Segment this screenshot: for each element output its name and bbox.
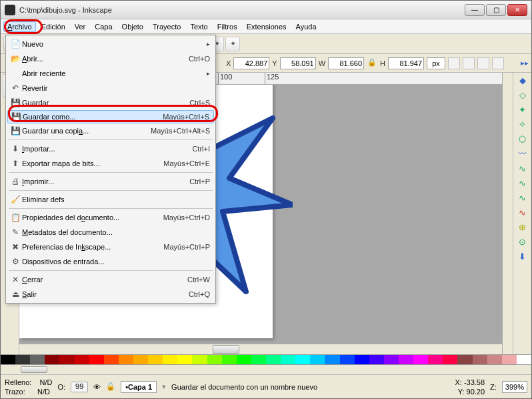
menu-ayuda[interactable]: Ayuda	[292, 21, 321, 32]
prop-h-field[interactable]: 81.947	[388, 57, 424, 69]
minimize-button[interactable]: —	[465, 4, 485, 16]
menu-nuevo[interactable]: 📄Nuevo▸	[6, 37, 215, 51]
swatch[interactable]	[502, 355, 517, 364]
scrollbar-vertical[interactable]	[502, 73, 513, 354]
swatch[interactable]	[399, 355, 413, 364]
prop-x-field[interactable]: 42.887	[233, 57, 269, 69]
menu-extensiones[interactable]: Extensiones	[243, 21, 291, 32]
menu-importar[interactable]: ⬇Importar...Ctrl+I	[6, 141, 215, 156]
menu-imprimir[interactable]: 🖨Imprimir...Ctrl+P	[6, 174, 215, 189]
swatch[interactable]	[75, 355, 89, 364]
swatch[interactable]	[517, 355, 531, 364]
snap-13-icon[interactable]: ⬇	[517, 252, 529, 264]
swatch[interactable]	[281, 355, 295, 364]
layer-select[interactable]: • Capa 1	[121, 381, 157, 393]
menu-ver[interactable]: Ver	[71, 21, 90, 32]
swatch[interactable]	[1, 355, 15, 364]
swatch[interactable]	[473, 355, 487, 364]
swatch[interactable]	[457, 355, 472, 364]
swatch[interactable]	[207, 355, 222, 364]
swatch[interactable]	[30, 355, 45, 364]
overflow-arrow-icon[interactable]: ▸▸	[521, 59, 529, 67]
swatch[interactable]	[310, 355, 325, 364]
swatch[interactable]	[222, 355, 237, 364]
swatch[interactable]	[251, 355, 266, 364]
snap-1-icon[interactable]: ◆	[517, 75, 529, 87]
swatch[interactable]	[487, 355, 502, 364]
swatch[interactable]	[163, 355, 177, 364]
menu-cerrar[interactable]: ✕CerrarCtrl+W	[6, 272, 215, 287]
menu-edicion[interactable]: Edición	[37, 21, 69, 32]
swatch[interactable]	[15, 355, 30, 364]
swatch[interactable]	[266, 355, 281, 364]
swatch[interactable]	[89, 355, 104, 364]
affect-2-icon[interactable]	[463, 57, 475, 69]
scrollbar-horizontal[interactable]	[19, 344, 502, 354]
prop-y-field[interactable]: 58.091	[280, 57, 316, 69]
lock-icon[interactable]: 🔒	[367, 58, 377, 69]
swatch[interactable]	[59, 355, 74, 364]
menu-preferencias[interactable]: ✖Preferencias de Inkscape...Mayús+Ctrl+P	[6, 240, 215, 254]
swatch[interactable]	[413, 355, 428, 364]
menu-texto[interactable]: Texto	[186, 21, 211, 32]
menu-capa[interactable]: Capa	[91, 21, 116, 32]
menu-metadatos[interactable]: ✎Metadatos del documento...	[6, 225, 215, 240]
snap-12-icon[interactable]: ⊙	[517, 237, 529, 249]
menu-salir[interactable]: ⏏SalirCtrl+Q	[6, 287, 215, 302]
menu-exportar[interactable]: ⬆Exportar mapa de bits...Mayús+Ctrl+E	[6, 156, 215, 171]
snap-4-icon[interactable]: ✧	[517, 119, 529, 131]
menu-eliminar-defs[interactable]: 🧹Eliminar defs	[6, 192, 215, 207]
maximize-button[interactable]: ▢	[486, 4, 506, 16]
snap-11-icon[interactable]: ⊕	[517, 222, 529, 234]
layer-visibility-icon[interactable]: 👁	[93, 383, 101, 391]
menu-guardar-copia[interactable]: 💾Guardar una copia...Mayús+Ctrl+Alt+S	[6, 123, 215, 138]
swatch[interactable]	[192, 355, 207, 364]
swatch[interactable]	[177, 355, 192, 364]
layer-lock-icon[interactable]: 🔓	[106, 382, 115, 391]
swatch[interactable]	[443, 355, 457, 364]
swatch[interactable]	[369, 355, 384, 364]
opacity-field[interactable]: 99	[71, 382, 88, 392]
swatch[interactable]	[428, 355, 443, 364]
snap-6-icon[interactable]: 〰	[517, 149, 529, 161]
snap-3-icon[interactable]: ✦	[517, 105, 529, 117]
menu-trayecto[interactable]: Trayecto	[149, 21, 185, 32]
swatch[interactable]	[384, 355, 399, 364]
tool-docprop-icon[interactable]: ✦	[225, 37, 240, 51]
swatch[interactable]	[45, 355, 59, 364]
menu-propiedades[interactable]: 📋Propiedades del documento...Mayús+Ctrl+…	[6, 210, 215, 225]
snap-2-icon[interactable]: ◇	[517, 90, 529, 102]
menu-abrir-reciente[interactable]: Abrir reciente▸	[6, 66, 215, 81]
menu-abrir[interactable]: 📂Abrir...Ctrl+O	[6, 51, 215, 66]
swatch[interactable]	[325, 355, 339, 364]
snap-9-icon[interactable]: ∿	[517, 193, 529, 205]
snap-10-icon[interactable]: ∿	[517, 208, 529, 220]
menu-guardar[interactable]: 💾GuardarCtrl+S	[6, 95, 215, 110]
color-palette[interactable]	[1, 354, 531, 365]
swatch[interactable]	[133, 355, 148, 364]
affect-1-icon[interactable]	[448, 57, 460, 69]
menu-guardar-como[interactable]: 💾Guardar como...Mayús+Ctrl+S	[7, 110, 214, 123]
close-button[interactable]: ✕	[507, 4, 527, 16]
affect-3-icon[interactable]	[477, 57, 489, 69]
menu-objeto[interactable]: Objeto	[118, 21, 147, 32]
swatch[interactable]	[148, 355, 163, 364]
prop-w-field[interactable]: 81.660	[328, 57, 364, 69]
menu-archivo[interactable]: Archivo	[3, 21, 36, 32]
menu-revertir[interactable]: ↶Revertir	[6, 81, 215, 95]
swatch[interactable]	[340, 355, 355, 364]
snap-5-icon[interactable]: ⬡	[517, 134, 529, 146]
menu-dispositivos[interactable]: ⚙Dispositivos de entrada...	[6, 254, 215, 269]
snap-7-icon[interactable]: ∿	[517, 163, 529, 175]
swatch[interactable]	[355, 355, 369, 364]
swatch[interactable]	[237, 355, 251, 364]
swatch[interactable]	[295, 355, 310, 364]
swatch[interactable]	[119, 355, 133, 364]
unit-select[interactable]: px	[427, 57, 445, 69]
affect-4-icon[interactable]	[492, 57, 504, 69]
swatch[interactable]	[104, 355, 119, 364]
zoom-field[interactable]: 399%	[502, 381, 527, 393]
palette-scroll[interactable]	[1, 365, 531, 374]
snap-8-icon[interactable]: ∿	[517, 178, 529, 190]
menu-filtros[interactable]: Filtros	[213, 21, 241, 32]
